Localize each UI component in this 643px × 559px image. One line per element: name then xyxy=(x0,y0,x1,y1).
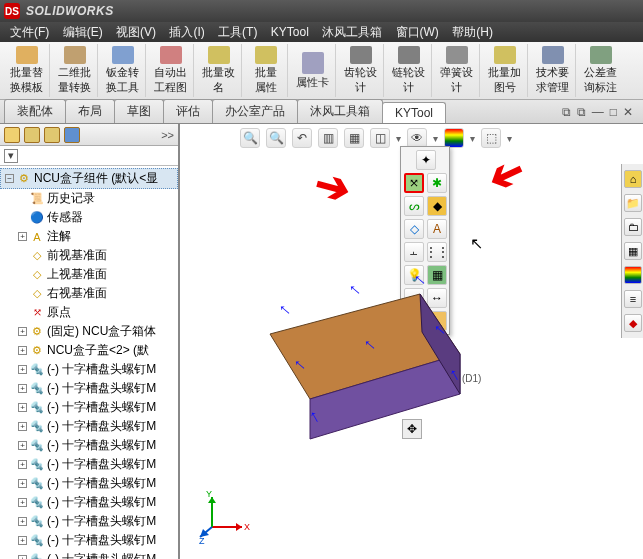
ribbon-button[interactable]: 批量属性 xyxy=(244,44,288,97)
ribbon-button[interactable]: 批量替换模板 xyxy=(4,44,50,97)
menu-item[interactable]: 沐风工具箱 xyxy=(322,24,382,41)
feature-tree-tab-icon[interactable] xyxy=(4,127,20,143)
tree-item[interactable]: −⚙NCU盒子组件 (默认<显 xyxy=(0,168,178,189)
feature-pane-tabs: >> xyxy=(0,124,178,146)
restore2-icon[interactable]: ⧉ xyxy=(577,105,586,119)
view-coord-system-icon[interactable]: ⤧ xyxy=(404,173,424,193)
triad-z-label: Z xyxy=(199,536,205,546)
close-icon[interactable]: ✕ xyxy=(623,105,633,119)
menu-item[interactable]: 视图(V) xyxy=(116,24,156,41)
ribbon-button[interactable]: 弹簧设计 xyxy=(434,44,480,97)
ribbon-button[interactable]: 批量加图号 xyxy=(482,44,528,97)
prev-view-icon[interactable]: ↶ xyxy=(292,128,312,148)
tree-item[interactable]: +🔩(-) 十字槽盘头螺钉M xyxy=(0,360,178,379)
ribbon-button[interactable]: 链轮设计 xyxy=(386,44,432,97)
command-tab[interactable]: 评估 xyxy=(163,99,213,123)
window-control-icons: ⧉ ⧉ — □ ✕ xyxy=(556,101,639,123)
ribbon-button[interactable]: 二维批量转换 xyxy=(52,44,98,97)
ribbon-button[interactable]: 钣金转换工具 xyxy=(100,44,146,97)
command-tab[interactable]: 装配体 xyxy=(4,99,66,123)
tree-item[interactable]: 🔵传感器 xyxy=(0,208,178,227)
section-view-icon[interactable]: ▥ xyxy=(318,128,338,148)
custom-props-tab-icon[interactable]: ≡ xyxy=(624,290,642,308)
annotation-arrow-left: ➔ xyxy=(309,158,355,214)
app-logo: DS xyxy=(4,3,20,19)
tree-item[interactable]: +🔩(-) 十字槽盘头螺钉M xyxy=(0,379,178,398)
tree-item[interactable]: ◇右视基准面 xyxy=(0,284,178,303)
menu-item[interactable]: 窗口(W) xyxy=(396,24,439,41)
config-manager-tab-icon[interactable] xyxy=(44,127,60,143)
tree-item[interactable]: ⤱原点 xyxy=(0,303,178,322)
menu-item[interactable]: KYTool xyxy=(271,25,309,39)
task-pane-tabs: ⌂ 📁 🗀 ▦ ≡ ◆ xyxy=(621,164,643,338)
property-manager-tab-icon[interactable] xyxy=(24,127,40,143)
ribbon-button[interactable]: 批量改名 xyxy=(196,44,242,97)
command-tab[interactable]: 办公室产品 xyxy=(212,99,298,123)
view-sketch-icon[interactable]: ✱ xyxy=(427,173,447,193)
tree-item[interactable]: +A注解 xyxy=(0,227,178,246)
feature-manager-pane: >> ▾ −⚙NCU盒子组件 (默认<显📜历史记录🔵传感器+A注解◇前视基准面◇… xyxy=(0,124,180,559)
tree-item[interactable]: +🔩(-) 十字槽盘头螺钉M xyxy=(0,531,178,550)
command-tab[interactable]: 沐风工具箱 xyxy=(297,99,383,123)
ribbon-button[interactable]: 技术要求管理 xyxy=(530,44,576,97)
tree-item[interactable]: ◇上视基准面 xyxy=(0,265,178,284)
tree-item[interactable]: +🔩(-) 十字槽盘头螺钉M xyxy=(0,474,178,493)
menu-item[interactable]: 编辑(E) xyxy=(63,24,103,41)
zoom-area-icon[interactable]: 🔍 xyxy=(266,128,286,148)
menu-item[interactable]: 插入(I) xyxy=(169,24,204,41)
restore-icon[interactable]: ⧉ xyxy=(562,105,571,119)
pane-chevrons-icon[interactable]: >> xyxy=(161,129,174,141)
orientation-triad[interactable]: X Y Z xyxy=(200,489,250,541)
zoom-fit-icon[interactable]: 🔍 xyxy=(240,128,260,148)
tree-item[interactable]: ◇前视基准面 xyxy=(0,246,178,265)
graphics-area[interactable]: 🔍 🔍 ↶ ▥ ▦ ◫ ▾ 👁 ▾ ▾ ⬚ ▾ ➔ ➔ ✦ ⤧ ✱ ᔕ ◆ ◇ xyxy=(180,124,643,559)
tree-item[interactable]: +🔩(-) 十字槽盘头螺钉M xyxy=(0,512,178,531)
resources-tab-icon[interactable]: ⌂ xyxy=(624,170,642,188)
feature-tree[interactable]: −⚙NCU盒子组件 (默认<显📜历史记录🔵传感器+A注解◇前视基准面◇上视基准面… xyxy=(0,166,178,559)
dropdown-arrow-icon[interactable]: ▾ xyxy=(433,133,438,144)
command-tab[interactable]: KYTool xyxy=(382,102,446,123)
view-orient-icon[interactable]: ◫ xyxy=(370,128,390,148)
view-origin-icon[interactable]: ✦ xyxy=(416,150,436,170)
menu-item[interactable]: 文件(F) xyxy=(10,24,49,41)
ribbon-button[interactable]: 属性卡 xyxy=(290,44,336,97)
menu-item[interactable]: 工具(T) xyxy=(218,24,257,41)
tree-item[interactable]: +🔩(-) 十字槽盘头螺钉M xyxy=(0,417,178,436)
annotation-arrow-right: ➔ xyxy=(481,147,533,206)
dropdown-arrow-icon[interactable]: ▾ xyxy=(470,133,475,144)
filter-bar: ▾ xyxy=(0,146,178,166)
dimxpert-tab-icon[interactable] xyxy=(64,127,80,143)
view-palette-tab-icon[interactable]: ▦ xyxy=(624,242,642,260)
dropdown-arrow-icon[interactable]: ▾ xyxy=(507,133,512,144)
command-manager: 批量替换模板二维批量转换钣金转换工具自动出工程图批量改名批量属性属性卡齿轮设计链… xyxy=(0,42,643,100)
tree-item[interactable]: +🔩(-) 十字槽盘头螺钉M xyxy=(0,455,178,474)
dropdown-arrow-icon[interactable]: ▾ xyxy=(396,133,401,144)
view-curves-icon[interactable]: ᔕ xyxy=(404,196,424,216)
ribbon-button[interactable]: 齿轮设计 xyxy=(338,44,384,97)
command-tab[interactable]: 草图 xyxy=(114,99,164,123)
tree-item[interactable]: +⚙NCU盒子盖<2> (默 xyxy=(0,341,178,360)
command-tab[interactable]: 布局 xyxy=(65,99,115,123)
view-3dsketch-icon[interactable]: ◆ xyxy=(427,196,447,216)
ribbon-button[interactable]: 公差查询标注 xyxy=(578,44,623,97)
scene-icon[interactable]: ⬚ xyxy=(481,128,501,148)
tree-item[interactable]: +🔩(-) 十字槽盘头螺钉M xyxy=(0,493,178,512)
model-assembly[interactable]: ↑ ↑ ↑ ↑ ↑ ↑ ↑ ↑ xyxy=(240,234,490,458)
display-style-icon[interactable]: ▦ xyxy=(344,128,364,148)
minimize-icon[interactable]: — xyxy=(592,105,604,119)
ribbon-button[interactable]: 自动出工程图 xyxy=(148,44,194,97)
hide-show-icon[interactable]: 👁 xyxy=(407,128,427,148)
maximize-icon[interactable]: □ xyxy=(610,105,617,119)
appearance-icon[interactable] xyxy=(444,128,464,148)
forum-tab-icon[interactable]: ◆ xyxy=(624,314,642,332)
tree-item[interactable]: +🔩(-) 十字槽盘头螺钉M xyxy=(0,436,178,455)
tree-item[interactable]: +🔩(-) 十字槽盘头螺钉M xyxy=(0,550,178,559)
appearances-tab-icon[interactable] xyxy=(624,266,642,284)
tree-item[interactable]: +🔩(-) 十字槽盘头螺钉M xyxy=(0,398,178,417)
filter-icon[interactable]: ▾ xyxy=(4,149,18,163)
menu-item[interactable]: 帮助(H) xyxy=(452,24,493,41)
design-library-tab-icon[interactable]: 📁 xyxy=(624,194,642,212)
tree-item[interactable]: +⚙(固定) NCU盒子箱体 xyxy=(0,322,178,341)
tree-item[interactable]: 📜历史记录 xyxy=(0,189,178,208)
file-explorer-tab-icon[interactable]: 🗀 xyxy=(624,218,642,236)
